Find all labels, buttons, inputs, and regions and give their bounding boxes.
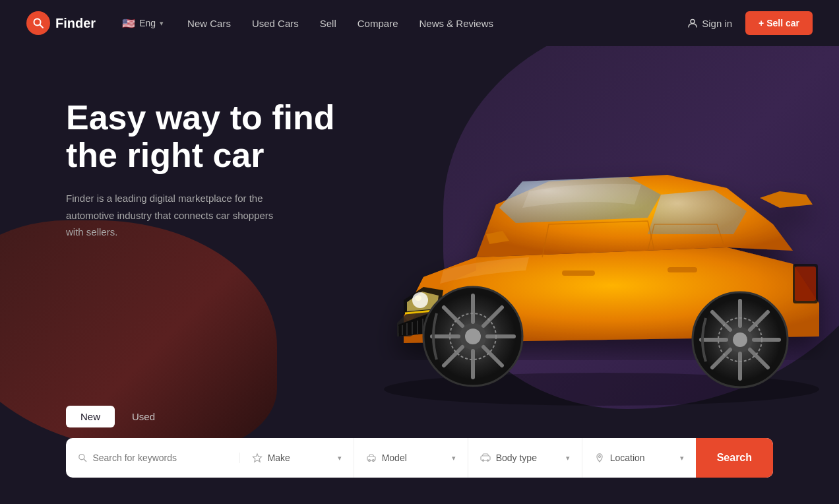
nav-links: New Cars Used Cars Sell Compare News & R… (187, 18, 687, 29)
body-type-label: Body type (496, 453, 561, 463)
flag-icon: 🇺🇸 (122, 17, 135, 30)
logo-icon (26, 11, 50, 35)
nav-used-cars[interactable]: Used Cars (252, 18, 299, 29)
search-tabs: New Used (66, 406, 773, 427)
language-selector[interactable]: 🇺🇸 Eng ▾ (122, 17, 164, 30)
nav-compare[interactable]: Compare (357, 18, 398, 29)
hero-section: Easy way to find the right car Finder is… (0, 46, 839, 504)
chevron-down-icon: ▾ (566, 454, 570, 462)
location-label: Location (610, 453, 675, 463)
svg-marker-43 (253, 454, 261, 462)
nav-news-reviews[interactable]: News & Reviews (419, 18, 493, 29)
sell-car-button[interactable]: + Sell car (745, 11, 813, 35)
chevron-down-icon: ▾ (680, 454, 684, 462)
keyword-input[interactable] (92, 453, 227, 463)
svg-point-50 (598, 456, 600, 458)
hero-title: Easy way to find the right car (66, 99, 334, 174)
chevron-down-icon: ▾ (160, 19, 164, 28)
sign-in-label: Sign in (702, 18, 732, 29)
search-section: New Used Make ▾ (66, 406, 773, 478)
body-type-icon (480, 453, 491, 463)
car-icon (366, 453, 377, 463)
model-dropdown[interactable]: Model ▾ (354, 438, 468, 478)
star-icon (252, 453, 263, 463)
tab-used[interactable]: Used (117, 406, 170, 427)
svg-rect-5 (668, 267, 697, 272)
svg-point-7 (415, 296, 421, 301)
search-bar: Make ▾ Model ▾ (66, 438, 773, 478)
make-label: Make (268, 453, 332, 463)
svg-rect-9 (795, 267, 816, 301)
navbar: Finder 🇺🇸 Eng ▾ New Cars Used Cars Sell … (0, 0, 839, 46)
hero-subtitle: Finder is a leading digital marketplace … (66, 190, 290, 241)
nav-right: Sign in + Sell car (687, 11, 813, 35)
keyword-search-area (66, 453, 240, 463)
nav-new-cars[interactable]: New Cars (187, 18, 231, 29)
logo[interactable]: Finder (26, 11, 96, 35)
svg-line-1 (40, 25, 44, 28)
chevron-down-icon: ▾ (338, 454, 342, 462)
tab-new[interactable]: New (66, 406, 115, 427)
svg-point-18 (465, 329, 481, 344)
hero-content: Easy way to find the right car Finder is… (66, 99, 334, 241)
user-icon (687, 18, 698, 28)
location-dropdown[interactable]: Location ▾ (582, 438, 696, 478)
svg-point-2 (691, 20, 695, 24)
sign-in-button[interactable]: Sign in (687, 18, 732, 29)
chevron-down-icon: ▾ (452, 454, 456, 462)
search-icon (78, 453, 87, 463)
svg-rect-4 (562, 270, 595, 276)
car-image (344, 66, 839, 409)
lang-label: Eng (139, 18, 156, 28)
nav-sell[interactable]: Sell (320, 18, 336, 29)
body-type-dropdown[interactable]: Body type ▾ (468, 438, 582, 478)
location-icon (594, 453, 605, 463)
svg-point-31 (733, 332, 747, 347)
svg-line-42 (84, 459, 86, 462)
search-button[interactable]: Search (696, 438, 773, 478)
logo-text: Finder (55, 16, 96, 31)
model-label: Model (382, 453, 447, 463)
make-dropdown[interactable]: Make ▾ (240, 438, 354, 478)
